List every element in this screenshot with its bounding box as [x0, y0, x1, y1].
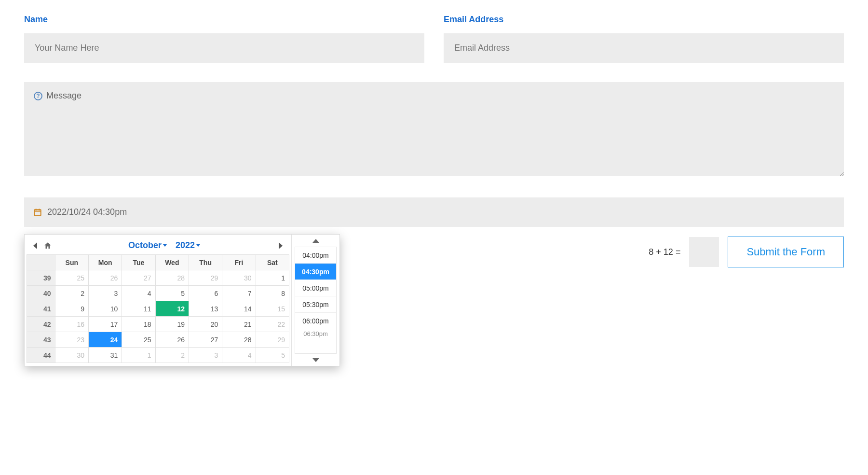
year-label: 2022 — [176, 240, 195, 251]
datetime-picker: October 2022 SunMonTueWedThuFriSat 39252… — [24, 234, 340, 282]
prev-month-button[interactable] — [30, 241, 40, 251]
time-list: 04:00pm04:30pm05:00pm05:30pm06:00pm06:30… — [295, 247, 337, 282]
calendar-day[interactable]: 26 — [88, 270, 122, 282]
day-header: Sat — [256, 255, 289, 270]
caret-down-icon — [196, 244, 200, 247]
month-select[interactable]: October — [128, 240, 167, 251]
name-label: Name — [24, 14, 424, 25]
day-header: Tue — [122, 255, 155, 270]
calendar-day[interactable]: 27 — [122, 270, 155, 282]
time-slot[interactable]: 04:00pm — [295, 247, 336, 264]
day-header: Mon — [88, 255, 122, 270]
month-label: October — [128, 240, 162, 251]
email-input[interactable] — [444, 33, 844, 63]
calendar-day[interactable]: 30 — [222, 270, 256, 282]
calendar-day[interactable]: 28 — [155, 270, 189, 282]
submit-button[interactable]: Submit the Form — [728, 237, 844, 267]
week-number: 39 — [27, 270, 55, 282]
day-header: Sun — [55, 255, 88, 270]
svg-rect-0 — [34, 210, 41, 216]
calendar-day[interactable]: 1 — [256, 270, 289, 282]
today-button[interactable] — [43, 241, 53, 251]
calendar-icon — [33, 208, 42, 217]
calendar-grid: SunMonTueWedThuFriSat 392526272829301402… — [27, 254, 289, 282]
email-label: Email Address — [444, 14, 844, 25]
datetime-input[interactable] — [24, 197, 844, 227]
day-header: Fri — [222, 255, 256, 270]
day-header: Wed — [155, 255, 189, 270]
captcha-question: 8 + 12 = — [649, 247, 680, 257]
name-input[interactable] — [24, 33, 424, 63]
calendar-day[interactable]: 25 — [55, 270, 88, 282]
caret-down-icon — [163, 244, 167, 247]
message-textarea[interactable] — [24, 82, 844, 176]
captcha-input[interactable] — [689, 237, 719, 267]
calendar-day[interactable]: 29 — [189, 270, 222, 282]
day-header: Thu — [189, 255, 222, 270]
time-slot[interactable]: 05:00pm — [295, 280, 336, 282]
next-month-button[interactable] — [276, 241, 285, 251]
time-scroll-up[interactable] — [292, 235, 339, 247]
time-slot[interactable]: 04:30pm — [295, 264, 336, 280]
year-select[interactable]: 2022 — [176, 240, 200, 251]
